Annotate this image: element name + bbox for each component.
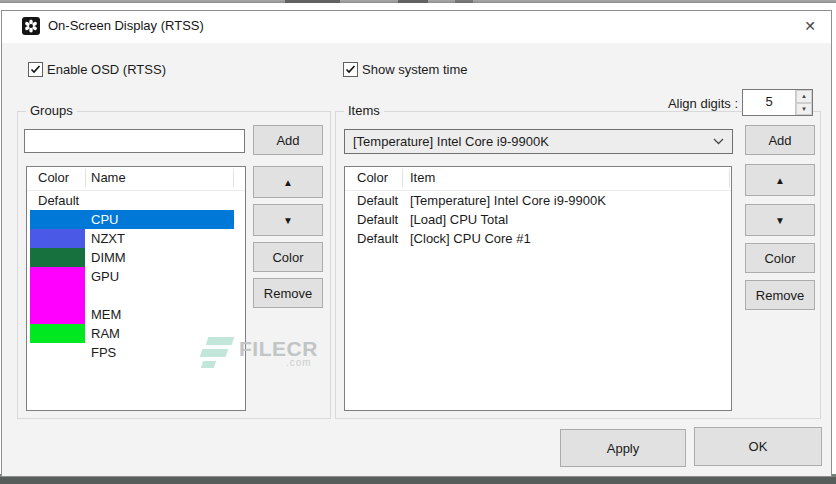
color-swatch bbox=[30, 324, 85, 343]
apply-button[interactable]: Apply bbox=[560, 429, 686, 467]
spinner-down-icon[interactable]: ▼ bbox=[796, 103, 812, 116]
title-bar[interactable]: On-Screen Display (RTSS) ✕ bbox=[2, 11, 831, 43]
color-swatch bbox=[30, 305, 85, 324]
show-system-time-label: Show system time bbox=[362, 61, 467, 78]
group-move-down-button[interactable]: ▼ bbox=[253, 204, 323, 236]
item-row[interactable]: Default [Clock] CPU Core #1 bbox=[345, 229, 731, 248]
spinner-up-icon[interactable]: ▲ bbox=[796, 90, 812, 103]
group-row[interactable]: DIMM bbox=[30, 248, 234, 267]
item-row[interactable]: Default [Temperature] Intel Core i9-9900… bbox=[345, 191, 731, 210]
fan-icon bbox=[22, 17, 40, 35]
group-row[interactable]: GPU bbox=[30, 267, 234, 286]
group-remove-button[interactable]: Remove bbox=[253, 278, 323, 308]
items-label: Items bbox=[344, 103, 384, 119]
group-row-selected[interactable]: CPU bbox=[30, 210, 234, 229]
color-swatch bbox=[30, 229, 85, 248]
background-window-artifact bbox=[455, 0, 473, 3]
column-divider bbox=[729, 169, 730, 187]
item-move-up-button[interactable]: ▲ bbox=[745, 164, 815, 196]
color-swatch bbox=[30, 286, 85, 305]
color-swatch bbox=[30, 267, 85, 286]
item-row[interactable]: Default [Load] CPU Total bbox=[345, 210, 731, 229]
window-title: On-Screen Display (RTSS) bbox=[48, 11, 204, 43]
column-header-color[interactable]: Color bbox=[357, 167, 388, 189]
group-row[interactable]: Default bbox=[30, 191, 234, 210]
color-swatch bbox=[30, 248, 85, 267]
column-divider bbox=[233, 169, 234, 187]
sensor-dropdown[interactable]: [Temperature] Intel Core i9-9900K bbox=[344, 129, 733, 154]
check-icon bbox=[29, 63, 42, 76]
group-row[interactable]: NZXT bbox=[30, 229, 234, 248]
group-color-button[interactable]: Color bbox=[253, 242, 323, 272]
item-add-button[interactable]: Add bbox=[745, 125, 815, 155]
group-row[interactable] bbox=[30, 286, 234, 305]
sensor-dropdown-value: [Temperature] Intel Core i9-9900K bbox=[353, 134, 709, 149]
enable-osd-checkbox[interactable] bbox=[28, 62, 43, 77]
group-move-up-button[interactable]: ▲ bbox=[253, 166, 323, 198]
ok-button[interactable]: OK bbox=[694, 427, 822, 466]
background-window-artifact bbox=[285, 0, 340, 3]
align-digits-spinner[interactable]: 5 ▲ ▼ bbox=[742, 89, 813, 116]
groups-list-header: Color Name bbox=[27, 167, 245, 191]
show-system-time-checkbox[interactable] bbox=[343, 62, 358, 77]
items-list[interactable]: Color Item Default [Temperature] Intel C… bbox=[344, 166, 732, 411]
groups-label: Groups bbox=[26, 103, 77, 119]
chevron-down-icon bbox=[713, 138, 724, 145]
column-header-color[interactable]: Color bbox=[38, 167, 69, 189]
column-header-item[interactable]: Item bbox=[410, 167, 435, 189]
groups-list[interactable]: Color Name Default CPU NZXT DIMM bbox=[26, 166, 246, 411]
column-divider bbox=[85, 169, 86, 187]
check-icon bbox=[344, 63, 357, 76]
item-color-button[interactable]: Color bbox=[745, 243, 815, 273]
close-button[interactable]: ✕ bbox=[795, 13, 825, 40]
group-row[interactable]: MEM bbox=[30, 305, 234, 324]
osd-dialog: On-Screen Display (RTSS) ✕ Enable OSD (R… bbox=[1, 10, 832, 477]
align-digits-label: Align digits : bbox=[602, 95, 738, 112]
background-window-artifact bbox=[398, 0, 428, 3]
group-row[interactable]: RAM bbox=[30, 324, 234, 343]
group-row[interactable]: FPS bbox=[30, 343, 234, 362]
column-header-name[interactable]: Name bbox=[91, 167, 126, 189]
item-move-down-button[interactable]: ▼ bbox=[745, 204, 815, 236]
align-digits-value[interactable]: 5 bbox=[743, 90, 795, 115]
group-name-input[interactable] bbox=[24, 129, 245, 153]
column-divider bbox=[402, 169, 403, 187]
item-remove-button[interactable]: Remove bbox=[745, 280, 815, 310]
group-add-button[interactable]: Add bbox=[253, 125, 323, 155]
items-list-header: Color Item bbox=[345, 167, 731, 191]
enable-osd-label: Enable OSD (RTSS) bbox=[47, 61, 166, 78]
